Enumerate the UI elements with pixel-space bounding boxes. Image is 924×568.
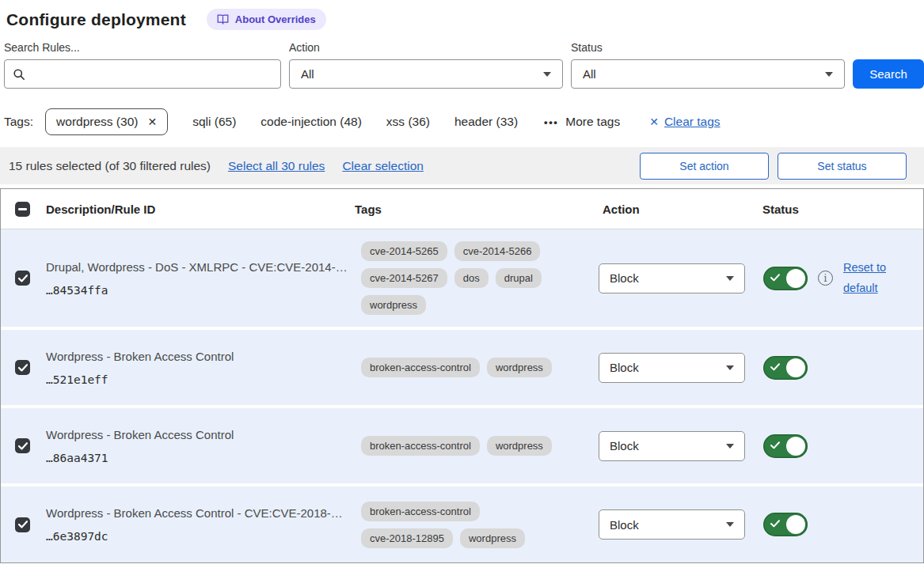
selection-bar: 15 rules selected (of 30 filtered rules)…	[0, 147, 924, 184]
search-rules-label: Search Rules...	[4, 41, 281, 54]
tag-filter-sqli[interactable]: sqli (65)	[192, 115, 236, 129]
tag-filter-header[interactable]: header (33)	[454, 115, 518, 129]
toggle-knob	[786, 269, 805, 288]
more-tags-label: More tags	[565, 115, 620, 129]
search-rules-input[interactable]	[32, 62, 272, 86]
action-select[interactable]: Block	[599, 509, 745, 540]
selected-tag-chip[interactable]: wordpress (30) ✕	[45, 108, 168, 135]
column-header-tags: Tags	[355, 203, 592, 216]
select-all-checkbox-indeterminate[interactable]	[15, 202, 30, 217]
more-tags-button[interactable]: ••• More tags	[544, 115, 620, 129]
check-icon	[18, 275, 28, 282]
rule-description-cell: Wordpress - Broken Access Control …521e1…	[40, 350, 355, 386]
reset-to-default-link[interactable]: Reset to default	[843, 258, 895, 298]
status-toggle-on[interactable]	[763, 434, 808, 458]
ellipsis-icon: •••	[544, 116, 558, 128]
header-checkbox-cell	[1, 202, 40, 217]
row-checkbox-checked[interactable]	[15, 517, 30, 532]
status-filter-select[interactable]: All	[571, 59, 845, 89]
tag-chip: broken-access-control	[361, 436, 480, 456]
status-filter-value: All	[583, 67, 596, 81]
clear-tags-label: Clear tags	[664, 115, 721, 129]
column-header-description: Description/Rule ID	[40, 203, 355, 216]
selected-tag-label: wordpress (30)	[56, 115, 138, 129]
rule-description: Drupal, Wordpress - DoS - XMLRPC - CVE:C…	[46, 260, 355, 274]
action-select-value: Block	[610, 518, 639, 532]
tag-filter-xss[interactable]: xss (36)	[386, 115, 430, 129]
action-select[interactable]: Block	[599, 263, 745, 293]
rule-status-cell	[756, 356, 923, 380]
row-checkbox-cell	[1, 271, 40, 286]
rule-id: …521e1eff	[46, 373, 355, 386]
rule-description: Wordpress - Broken Access Control	[46, 350, 355, 363]
action-filter-value: All	[301, 67, 314, 81]
row-checkbox-checked[interactable]	[15, 360, 30, 375]
table-row: Drupal, Wordpress - DoS - XMLRPC - CVE:C…	[1, 229, 923, 327]
chevron-down-icon	[726, 276, 734, 281]
action-filter-group: Action All	[289, 41, 563, 89]
clear-selection-link[interactable]: Clear selection	[342, 159, 424, 173]
select-all-link[interactable]: Select all 30 rules	[228, 159, 325, 173]
tag-chip: broken-access-control	[361, 502, 480, 521]
set-action-button[interactable]: Set action	[640, 153, 769, 180]
rule-status-cell: i Reset to default	[756, 258, 923, 298]
check-icon	[770, 441, 780, 449]
tag-chip: wordpress	[487, 436, 552, 456]
chevron-down-icon	[825, 72, 833, 77]
rule-tags-cell: broken-access-control wordpress	[355, 358, 568, 377]
rule-description: Wordpress - Broken Access Control - CVE:…	[46, 506, 355, 520]
action-select[interactable]: Block	[599, 431, 745, 461]
search-input-box	[4, 59, 281, 89]
about-overrides-label: About Overrides	[235, 13, 316, 25]
row-checkbox-checked[interactable]	[15, 438, 30, 453]
search-rules-group: Search Rules...	[4, 41, 281, 89]
tag-chip: dos	[454, 268, 489, 288]
chevron-down-icon	[543, 72, 551, 77]
rule-id: …86aa4371	[46, 452, 355, 464]
action-filter-label: Action	[289, 41, 563, 54]
toggle-knob	[786, 515, 805, 534]
search-button[interactable]: Search	[853, 59, 924, 89]
clear-tags-button[interactable]: ✕ Clear tags	[649, 115, 720, 129]
rule-action-cell: Block	[592, 263, 756, 293]
tag-chip: wordpress	[361, 295, 426, 315]
indeterminate-icon	[18, 208, 27, 210]
tag-filter-code-injection[interactable]: code-injection (48)	[260, 115, 362, 129]
reset-to-default-label: Reset to default	[843, 261, 886, 293]
book-icon	[217, 14, 229, 25]
tags-label: Tags:	[4, 115, 33, 129]
check-icon	[18, 521, 28, 528]
rule-tags-cell: broken-access-control wordpress	[355, 436, 568, 456]
status-toggle-on[interactable]	[763, 267, 808, 290]
status-toggle-on[interactable]	[763, 356, 808, 380]
column-header-action: Action	[592, 203, 756, 216]
check-icon	[770, 520, 780, 528]
info-icon[interactable]: i	[818, 271, 833, 286]
rule-description-cell: Drupal, Wordpress - DoS - XMLRPC - CVE:C…	[40, 260, 355, 297]
action-select[interactable]: Block	[599, 353, 745, 383]
about-overrides-badge[interactable]: About Overrides	[207, 9, 326, 30]
search-icon	[13, 68, 25, 81]
row-checkbox-checked[interactable]	[15, 271, 30, 286]
rule-description-cell: Wordpress - Broken Access Control …86aa4…	[40, 428, 355, 464]
chevron-down-icon	[726, 522, 734, 527]
row-checkbox-cell	[1, 517, 40, 532]
toggle-knob	[786, 437, 805, 456]
rules-table: Description/Rule ID Tags Action Status D…	[0, 188, 924, 563]
table-row: Wordpress - Broken Access Control …521e1…	[1, 330, 923, 405]
action-select-value: Block	[610, 271, 639, 285]
rule-status-cell	[756, 434, 923, 458]
action-select-value: Block	[610, 361, 639, 374]
status-toggle-on[interactable]	[763, 513, 808, 536]
remove-tag-icon[interactable]: ✕	[147, 116, 157, 127]
check-icon	[770, 274, 780, 282]
set-status-button[interactable]: Set status	[778, 153, 907, 180]
check-icon	[770, 363, 780, 371]
rule-status-cell	[756, 513, 923, 536]
tag-chip: cve-2018-12895	[361, 528, 453, 548]
row-checkbox-cell	[1, 438, 40, 453]
action-filter-select[interactable]: All	[289, 59, 563, 89]
table-header-row: Description/Rule ID Tags Action Status	[1, 189, 923, 229]
tags-bar: Tags: wordpress (30) ✕ sqli (65) code-in…	[0, 89, 924, 135]
tag-chip: drupal	[496, 268, 542, 288]
